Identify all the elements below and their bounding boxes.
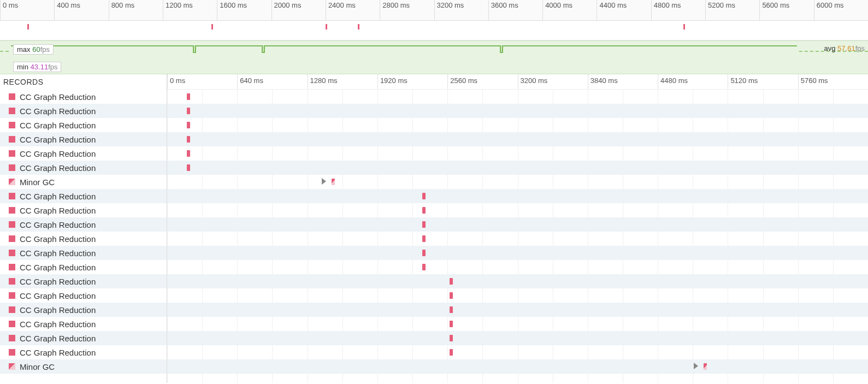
record-label: CC Graph Reduction (20, 263, 96, 272)
waterfall-mark[interactable] (332, 179, 335, 185)
swatch-cc-icon (9, 193, 15, 199)
record-label: CC Graph Reduction (20, 149, 96, 158)
record-row[interactable]: CC Graph Reduction (0, 217, 167, 232)
record-row[interactable]: CC Graph Reduction (0, 146, 167, 161)
overview-tick: 3200 ms (434, 0, 464, 20)
record-row[interactable]: CC Graph Reduction (0, 161, 167, 175)
waterfall-row[interactable] (167, 118, 868, 132)
record-row[interactable]: CC Graph Reduction (0, 260, 167, 274)
overview-marker (326, 24, 327, 29)
waterfall-row[interactable] (167, 260, 868, 274)
fps-avg: avg 57.61fps (824, 44, 865, 52)
records-panel: RECORDS CC Graph ReductionCC Graph Reduc… (0, 74, 167, 383)
record-row[interactable]: CC Graph Reduction (0, 317, 167, 331)
waterfall-panel[interactable]: 0 ms640 ms1280 ms1920 ms2560 ms3200 ms38… (167, 74, 868, 383)
waterfall-row[interactable] (167, 317, 868, 331)
record-row[interactable]: CC Graph Reduction (0, 246, 167, 260)
record-row[interactable]: CC Graph Reduction (0, 331, 167, 345)
record-label: CC Graph Reduction (20, 135, 96, 144)
record-row[interactable]: CC Graph Reduction (0, 345, 167, 359)
waterfall-mark[interactable] (450, 349, 453, 356)
waterfall-mark[interactable] (450, 306, 453, 313)
record-row[interactable]: CC Graph Reduction (0, 132, 167, 146)
waterfall-mark[interactable] (450, 335, 453, 341)
waterfall-mark[interactable] (187, 136, 190, 143)
overview-markers[interactable] (0, 21, 868, 40)
waterfall-row[interactable] (167, 146, 868, 161)
waterfall-mark[interactable] (187, 150, 190, 157)
waterfall-row[interactable] (167, 161, 868, 175)
overview-ruler[interactable]: 0 ms400 ms800 ms1200 ms1600 ms2000 ms240… (0, 0, 868, 21)
record-row[interactable]: CC Graph Reduction (0, 118, 167, 132)
waterfall-mark[interactable] (187, 108, 190, 114)
record-row[interactable]: CC Graph Reduction (0, 104, 167, 118)
swatch-cc-icon (9, 292, 15, 299)
overview-tick: 0 ms (0, 0, 18, 20)
waterfall-ruler[interactable]: 0 ms640 ms1280 ms1920 ms2560 ms3200 ms38… (167, 74, 868, 90)
overview-tick: 3600 ms (488, 0, 518, 20)
record-row[interactable]: Minor GC (0, 359, 167, 374)
waterfall-row[interactable] (167, 104, 868, 118)
waterfall-row[interactable] (167, 288, 868, 303)
fps-min-badge: min 43.11fps (13, 62, 61, 72)
fps-dip (500, 45, 503, 53)
record-row[interactable]: CC Graph Reduction (0, 203, 167, 217)
waterfall-mark[interactable] (187, 122, 190, 128)
waterfall-row[interactable] (167, 189, 868, 203)
waterfall-row[interactable] (167, 303, 868, 317)
waterfall-row[interactable] (167, 90, 868, 104)
waterfall-tick: 2560 ms (447, 74, 477, 89)
waterfall-row[interactable] (167, 274, 868, 288)
waterfall-row[interactable] (167, 246, 868, 260)
record-label: CC Graph Reduction (20, 334, 96, 343)
waterfall-mark[interactable] (450, 321, 453, 327)
waterfall-mark[interactable] (187, 93, 190, 100)
waterfall-mark[interactable] (187, 164, 190, 171)
waterfall-row[interactable] (167, 359, 868, 374)
waterfall-mark[interactable] (450, 292, 453, 299)
waterfall-mark[interactable] (450, 278, 453, 285)
waterfall-row[interactable] (167, 132, 868, 146)
waterfall-mark[interactable] (422, 221, 426, 228)
fps-dip (193, 45, 196, 53)
waterfall-row[interactable] (167, 232, 868, 246)
swatch-cc-icon (9, 321, 15, 327)
record-label: CC Graph Reduction (20, 92, 96, 102)
fps-avg-value: 57.61 (837, 44, 855, 52)
waterfall-row[interactable] (167, 175, 868, 189)
waterfall-row[interactable] (167, 345, 868, 359)
fps-chart[interactable]: max 60fps min 43.11fps avg 57.61fps (0, 40, 868, 74)
record-row[interactable]: Minor GC (0, 175, 167, 189)
waterfall-mark[interactable] (422, 207, 426, 214)
fps-top-line (11, 45, 797, 46)
record-row[interactable]: CC Graph Reduction (0, 90, 167, 104)
waterfall-row[interactable] (167, 203, 868, 217)
swatch-cc-icon (9, 235, 15, 242)
expand-triangle-icon[interactable] (694, 363, 698, 369)
records-header: RECORDS (0, 74, 167, 90)
waterfall-row[interactable] (167, 217, 868, 232)
expand-triangle-icon[interactable] (322, 178, 326, 185)
waterfall-tick: 1920 ms (377, 74, 408, 89)
waterfall-mark[interactable] (422, 264, 426, 270)
waterfall-mark[interactable] (422, 235, 426, 242)
record-label: Minor GC (20, 178, 55, 187)
record-row[interactable]: CC Graph Reduction (0, 303, 167, 317)
swatch-cc-icon (9, 349, 15, 356)
swatch-cc-icon (9, 306, 15, 313)
record-row[interactable]: CC Graph Reduction (0, 274, 167, 288)
waterfall-tick: 5120 ms (728, 74, 758, 89)
waterfall-mark[interactable] (422, 193, 426, 199)
record-row[interactable]: CC Graph Reduction (0, 189, 167, 203)
fps-max-value: 60 (32, 45, 40, 54)
swatch-cc-icon (9, 250, 15, 256)
waterfall-mark[interactable] (704, 363, 707, 370)
record-row[interactable]: CC Graph Reduction (0, 232, 167, 246)
overview-marker (27, 24, 29, 29)
fps-max-unit: fps (40, 45, 50, 54)
waterfall-row[interactable] (167, 331, 868, 345)
fps-min-value: 43.11 (31, 63, 49, 71)
waterfall-mark[interactable] (422, 250, 426, 256)
record-row[interactable]: CC Graph Reduction (0, 288, 167, 303)
fps-fill (11, 45, 797, 73)
